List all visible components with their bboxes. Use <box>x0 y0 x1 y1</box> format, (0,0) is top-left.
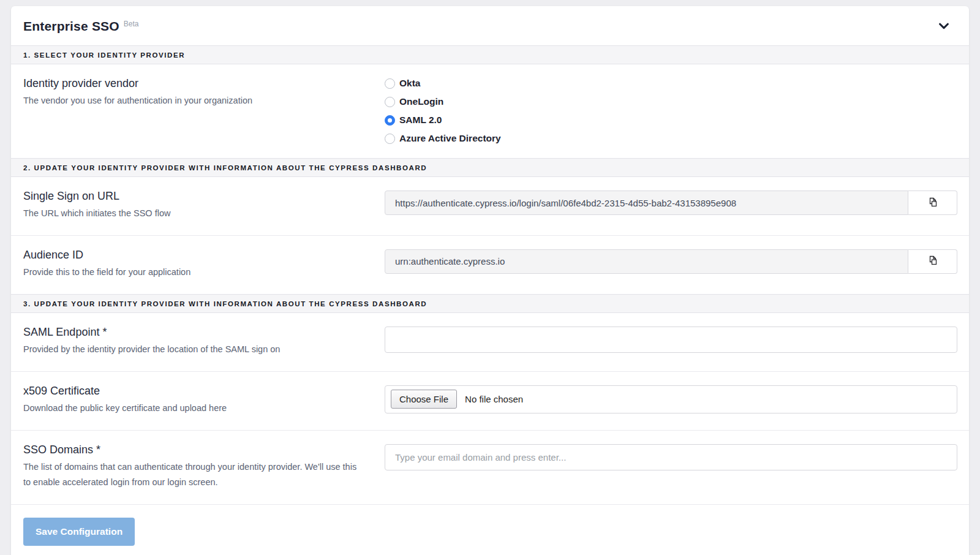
identity-provider-label: Identity provider vendor <box>23 77 370 90</box>
radio-button-icon[interactable] <box>385 134 395 144</box>
section-heading-2: 2. UPDATE YOUR IDENTITY PROVIDER WITH IN… <box>11 158 969 177</box>
collapse-panel-button[interactable] <box>935 17 953 37</box>
sso-domains-label: SSO Domains * <box>23 444 370 456</box>
panel-header: Enterprise SSO Beta <box>11 6 969 45</box>
enterprise-sso-panel: Enterprise SSO Beta 1. SELECT YOUR IDENT… <box>11 6 969 555</box>
section-heading-3: 3. UPDATE YOUR IDENTITY PROVIDER WITH IN… <box>11 294 969 313</box>
file-chosen-status: No file chosen <box>465 394 523 404</box>
radio-option-saml-2-0[interactable]: SAML 2.0 <box>385 115 957 126</box>
panel-title: Enterprise SSO <box>23 19 119 34</box>
x509-certificate-description: Download the public key certificate and … <box>23 401 366 416</box>
save-configuration-button[interactable]: Save Configuration <box>23 518 135 546</box>
radio-option-onelogin[interactable]: OneLogin <box>385 96 957 107</box>
form-row-sso-domains: SSO Domains * The list of domains that c… <box>11 430 969 504</box>
single-sign-on-url-label: Single Sign on URL <box>23 190 370 203</box>
copy-sso-url-button[interactable] <box>908 191 957 215</box>
single-sign-on-url-description: The URL which initiates the SSO flow <box>23 206 366 221</box>
radio-option-azure-active-directory[interactable]: Azure Active Directory <box>385 133 957 144</box>
saml-endpoint-input[interactable] <box>385 327 957 353</box>
radio-button-icon[interactable] <box>385 97 395 107</box>
copy-audience-id-button[interactable] <box>908 249 957 274</box>
form-row-saml-endpoint: SAML Endpoint * Provided by the identity… <box>11 313 969 371</box>
copy-icon <box>927 196 939 210</box>
chevron-down-icon <box>937 19 951 34</box>
form-row-audience-id: Audience ID Provide this to the field fo… <box>11 235 969 294</box>
sso-domains-input[interactable] <box>385 444 957 470</box>
x509-certificate-file-input[interactable]: Choose File No file chosen <box>385 385 957 413</box>
saml-endpoint-label: SAML Endpoint * <box>23 326 370 339</box>
copy-icon <box>927 254 939 268</box>
choose-file-button[interactable]: Choose File <box>391 390 457 409</box>
radio-button-selected-icon[interactable] <box>385 115 395 126</box>
form-row-identity-provider: Identity provider vendor The vendor you … <box>11 64 969 158</box>
audience-id-description: Provide this to the field for your appli… <box>23 265 366 280</box>
form-row-single-sign-on-url: Single Sign on URL The URL which initiat… <box>11 177 969 235</box>
identity-provider-description: The vendor you use for authentication in… <box>23 93 366 108</box>
audience-id-label: Audience ID <box>23 249 370 262</box>
identity-provider-radio-group: Okta OneLogin SAML 2.0 Azure Active Dire… <box>385 77 957 144</box>
radio-option-okta[interactable]: Okta <box>385 78 957 89</box>
audience-id-input[interactable] <box>385 249 908 274</box>
x509-certificate-label: x509 Certificate <box>23 385 370 398</box>
panel-footer: Save Configuration <box>11 504 969 555</box>
section-heading-1: 1. SELECT YOUR IDENTITY PROVIDER <box>11 45 969 64</box>
saml-endpoint-description: Provided by the identity provider the lo… <box>23 342 366 357</box>
beta-badge: Beta <box>124 20 139 28</box>
sso-domains-description: The list of domains that can authenticat… <box>23 459 366 490</box>
radio-button-icon[interactable] <box>385 78 395 89</box>
form-row-x509-certificate: x509 Certificate Download the public key… <box>11 371 969 430</box>
single-sign-on-url-input[interactable] <box>385 191 908 215</box>
